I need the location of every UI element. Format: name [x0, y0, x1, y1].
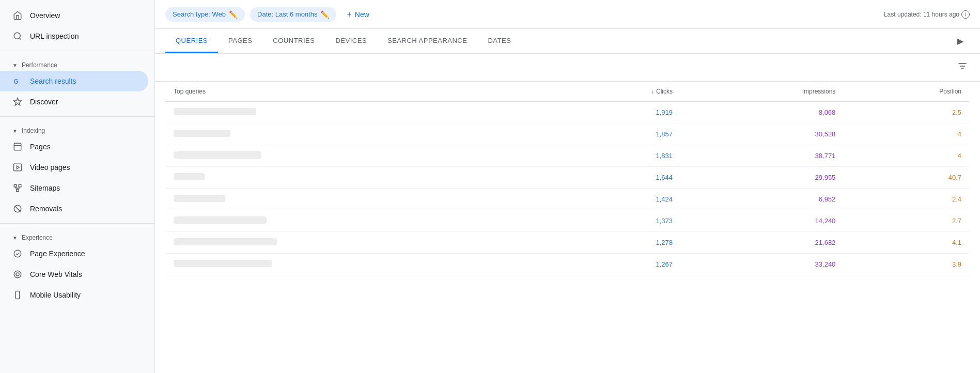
svg-line-1 — [19, 38, 21, 39]
pages-icon — [12, 142, 23, 152]
filter-button[interactable] — [955, 59, 970, 76]
sidebar-item-pages[interactable]: Pages — [0, 136, 148, 157]
divider-3 — [0, 223, 154, 224]
sidebar-item-overview-label: Overview — [30, 11, 60, 20]
query-cell — [165, 210, 556, 232]
sidebar-item-page-experience[interactable]: Page Experience — [0, 243, 148, 264]
filter-row — [155, 54, 980, 82]
col-header-position[interactable]: Position — [844, 82, 970, 102]
info-icon[interactable]: i — [961, 10, 970, 19]
sidebar-experience-label: Experience — [22, 234, 53, 241]
col-header-impressions[interactable]: Impressions — [681, 82, 844, 102]
tab-countries[interactable]: COUNTRIES — [262, 29, 325, 53]
table-row[interactable]: 1,4246,9522.4 — [165, 189, 970, 210]
table-row[interactable]: 1,27821,6824.1 — [165, 232, 970, 254]
col-header-query: Top queries — [165, 82, 556, 102]
table-row[interactable]: 1,37314,2402.7 — [165, 210, 970, 232]
tab-dates[interactable]: DATES — [477, 29, 521, 53]
impressions-cell: 8,068 — [681, 102, 844, 123]
topbar: Search type: Web ✏️ Date: Last 6 months … — [155, 0, 980, 29]
search-type-filter-label: Search type: Web — [173, 10, 226, 18]
chevron-down-icon: ▼ — [12, 63, 18, 68]
svg-point-0 — [14, 33, 20, 39]
svg-rect-5 — [14, 164, 22, 171]
sidebar-experience-section[interactable]: ▼ Experience — [0, 228, 154, 243]
google-g-icon: G — [12, 76, 23, 86]
tab-pages[interactable]: PAGES — [218, 29, 262, 53]
sidebar-item-video-pages-label: Video pages — [30, 163, 70, 172]
sidebar-item-url-inspection[interactable]: URL inspection — [0, 26, 148, 46]
sidebar-item-sitemaps-label: Sitemaps — [30, 184, 60, 192]
table-row[interactable]: 1,85730,5284 — [165, 123, 970, 145]
query-cell — [165, 254, 556, 275]
date-filter-label: Date: Last 6 months — [257, 10, 317, 18]
sidebar-item-overview[interactable]: Overview — [0, 5, 148, 26]
sidebar-item-sitemaps[interactable]: Sitemaps — [0, 178, 148, 198]
tab-more[interactable]: ▶ — [951, 29, 970, 53]
sidebar-item-video-pages[interactable]: Video pages — [0, 157, 148, 178]
sidebar-item-core-web-vitals[interactable]: Core Web Vitals — [0, 264, 148, 285]
sidebar-item-discover[interactable]: Discover — [0, 91, 148, 112]
position-cell: 3.9 — [844, 254, 970, 275]
sidebar-indexing-label: Indexing — [22, 127, 45, 134]
sidebar-item-page-experience-label: Page Experience — [30, 250, 85, 258]
query-cell — [165, 145, 556, 167]
sidebar-performance-section[interactable]: ▼ Performance — [0, 55, 154, 71]
sidebar-item-mobile-usability[interactable]: Mobile Usability — [0, 285, 148, 305]
impressions-cell: 33,240 — [681, 254, 844, 275]
svg-marker-6 — [17, 166, 20, 169]
col-header-clicks[interactable]: ↓ Clicks — [556, 82, 681, 102]
impressions-cell: 6,952 — [681, 189, 844, 210]
svg-line-15 — [14, 206, 20, 211]
impressions-cell: 30,528 — [681, 123, 844, 145]
table-row[interactable]: 1,64429,95540.7 — [165, 167, 970, 189]
search-type-filter[interactable]: Search type: Web ✏️ — [165, 7, 245, 22]
sidebar-item-pages-label: Pages — [30, 143, 51, 151]
impressions-cell: 14,240 — [681, 210, 844, 232]
svg-point-18 — [16, 273, 19, 276]
sidebar-item-mobile-usability-label: Mobile Usability — [30, 291, 81, 299]
table-row[interactable]: 1,83138,7714 — [165, 145, 970, 167]
position-cell: 2.5 — [844, 102, 970, 123]
tab-pages-label: PAGES — [228, 37, 252, 44]
position-cell: 2.7 — [844, 210, 970, 232]
svg-rect-9 — [17, 189, 19, 192]
sitemaps-icon — [12, 183, 23, 193]
clicks-cell: 1,278 — [556, 232, 681, 254]
tab-dates-label: DATES — [488, 37, 511, 44]
divider-1 — [0, 51, 154, 51]
position-cell: 4 — [844, 145, 970, 167]
table-row[interactable]: 1,26733,2403.9 — [165, 254, 970, 275]
table-row[interactable]: 1,9198,0682.5 — [165, 102, 970, 123]
sidebar-item-removals-label: Removals — [30, 205, 62, 213]
chevron-down-icon-3: ▼ — [12, 235, 18, 241]
svg-text:G: G — [14, 78, 19, 85]
new-button[interactable]: + New — [341, 7, 374, 22]
sidebar-item-url-inspection-label: URL inspection — [30, 32, 79, 40]
query-cell — [165, 189, 556, 210]
tab-countries-label: COUNTRIES — [273, 37, 315, 44]
queries-table: Top queries ↓ Clicks Impressions Positio… — [165, 82, 970, 275]
position-cell: 40.7 — [844, 167, 970, 189]
plus-icon: + — [347, 10, 351, 19]
svg-rect-7 — [14, 184, 17, 187]
sidebar: Overview URL inspection ▼ Performance G … — [0, 0, 155, 373]
sidebar-performance-label: Performance — [22, 61, 57, 69]
sidebar-item-search-results-label: Search results — [30, 77, 76, 85]
sidebar-indexing-section[interactable]: ▼ Indexing — [0, 121, 154, 136]
tab-queries-label: QUERIES — [176, 37, 208, 44]
sidebar-item-discover-label: Discover — [30, 98, 58, 106]
sparkle-icon — [12, 97, 23, 107]
sidebar-item-search-results[interactable]: G Search results — [0, 71, 148, 91]
tab-search-appearance-label: SEARCH APPEARANCE — [387, 37, 467, 44]
query-cell — [165, 102, 556, 123]
tab-search-appearance[interactable]: SEARCH APPEARANCE — [377, 29, 477, 53]
svg-rect-19 — [15, 291, 20, 299]
position-cell: 4.1 — [844, 232, 970, 254]
tab-queries[interactable]: QUERIES — [165, 29, 218, 53]
svg-point-16 — [14, 250, 21, 257]
page-experience-icon — [12, 248, 23, 259]
date-filter[interactable]: Date: Last 6 months ✏️ — [250, 7, 336, 22]
tab-devices[interactable]: DEVICES — [325, 29, 377, 53]
sidebar-item-removals[interactable]: Removals — [0, 198, 148, 219]
